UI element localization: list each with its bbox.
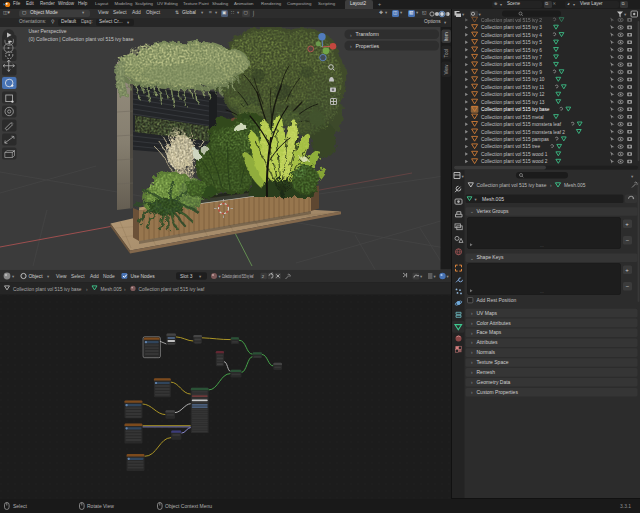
svg-text:−: − [626, 283, 630, 289]
svg-text:Attributes: Attributes [477, 339, 499, 345]
svg-text:Tool: Tool [444, 49, 449, 57]
svg-text:Collection plant vol 515 ivy 1: Collection plant vol 515 ivy 12 [481, 92, 545, 97]
svg-text:Use Nodes: Use Nodes [131, 274, 156, 279]
svg-text:⌄: ⌄ [470, 209, 474, 214]
svg-text:(0) Collection | Collection pl: (0) Collection | Collection plant vol 51… [29, 36, 134, 42]
svg-text:Slot 3: Slot 3 [180, 274, 193, 279]
svg-text:▾: ▾ [631, 174, 634, 179]
svg-text:Collection plant vol 515 ivy 7: Collection plant vol 515 ivy 7 [481, 54, 542, 59]
svg-text:Collection plant vol 515 ivy 3: Collection plant vol 515 ivy 3 [481, 25, 542, 30]
svg-text:Collection plant vol 515 ivy 8: Collection plant vol 515 ivy 8 [481, 62, 542, 67]
svg-text:Collection plant vol 515 ivy 1: Collection plant vol 515 ivy 10 [481, 77, 545, 82]
svg-text:Collection plant vol 515 ivy 1: Collection plant vol 515 ivy 13 [481, 99, 545, 104]
svg-text:Texture Space: Texture Space [477, 359, 509, 365]
svg-text:Collection plant vol 515 ivy l: Collection plant vol 515 ivy leaf [222, 275, 254, 280]
svg-text:View: View [56, 274, 67, 279]
svg-text:Properties: Properties [356, 43, 380, 49]
svg-text:Collection plant vol 515 tree: Collection plant vol 515 tree [481, 144, 541, 149]
svg-text:Collection plant vol 515 ivy b: Collection plant vol 515 ivy base [477, 183, 547, 188]
svg-text:Collection plant vol 515 wood: Collection plant vol 515 wood 2 [481, 159, 548, 164]
svg-text:Remesh: Remesh [477, 369, 496, 375]
svg-text:Mesh.005: Mesh.005 [101, 287, 122, 292]
svg-text:Collection plant vol 515 ivy 1: Collection plant vol 515 ivy 11 [481, 84, 544, 89]
svg-text:Collection plant vol 515 ivy 6: Collection plant vol 515 ivy 6 [481, 47, 542, 52]
svg-text:Mesh.005: Mesh.005 [564, 183, 586, 188]
svg-text:Collection plant vol 515 wood: Collection plant vol 515 wood 1 [481, 151, 548, 156]
svg-text:Item: Item [444, 32, 449, 41]
svg-text:Normals: Normals [477, 349, 496, 355]
svg-text:UV Maps: UV Maps [477, 310, 498, 316]
svg-text:...: ... [540, 289, 544, 294]
svg-text:Vertex Groups: Vertex Groups [477, 208, 509, 214]
svg-text:Shape Keys: Shape Keys [477, 254, 504, 260]
svg-text:Add: Add [90, 274, 99, 279]
svg-text:Collection plant vol 515 monst: Collection plant vol 515 monstera leaf [481, 122, 562, 127]
svg-text:Collection plant vol 515 ivy 5: Collection plant vol 515 ivy 5 [481, 40, 542, 45]
svg-text:Geometry Data: Geometry Data [477, 379, 511, 385]
svg-text:Collection plant vol 515 ivy 2: Collection plant vol 515 ivy 2 [481, 17, 542, 22]
svg-text:Object: Object [29, 274, 44, 279]
svg-text:›: › [550, 183, 552, 188]
svg-text:−: − [626, 237, 630, 243]
svg-text:User Perspective: User Perspective [29, 28, 67, 34]
svg-text:▾: ▾ [462, 12, 465, 17]
svg-text:View: View [444, 64, 449, 75]
svg-text:Transform: Transform [356, 31, 379, 37]
svg-text:Mesh.005: Mesh.005 [482, 196, 504, 202]
svg-text:Custom Properties: Custom Properties [477, 389, 519, 395]
svg-text:Collection plant vol 515 metal: Collection plant vol 515 metal [481, 114, 544, 119]
svg-text:Collection plant vol 515 ivy b: Collection plant vol 515 ivy base [13, 287, 82, 292]
svg-text:Collection plant vol 515 ivy l: Collection plant vol 515 ivy leaf [139, 287, 206, 292]
svg-text:▾: ▾ [624, 12, 627, 17]
svg-text:+: + [625, 221, 629, 227]
svg-text:Face Maps: Face Maps [477, 329, 502, 335]
svg-text:Collection plant vol 515 ivy b: Collection plant vol 515 ivy base [481, 107, 550, 112]
svg-text:...: ... [540, 243, 544, 248]
svg-text:Collection plant vol 515 ivy 9: Collection plant vol 515 ivy 9 [481, 69, 542, 74]
svg-text:⌄: ⌄ [470, 256, 474, 261]
svg-text:Add Rest Position: Add Rest Position [477, 297, 517, 303]
svg-text:Color Attributes: Color Attributes [477, 320, 512, 326]
svg-text:Select: Select [71, 274, 85, 279]
svg-text:Collection plant vol 515 monst: Collection plant vol 515 monstera leaf 2 [481, 129, 565, 134]
svg-text:Collection plant vol 515 pampa: Collection plant vol 515 pampas [481, 136, 550, 141]
svg-text:+: + [625, 267, 629, 273]
svg-text:Node: Node [103, 274, 115, 279]
svg-text:▾: ▾ [479, 12, 482, 17]
svg-text:Collection plant vol 515 ivy 4: Collection plant vol 515 ivy 4 [481, 32, 542, 37]
